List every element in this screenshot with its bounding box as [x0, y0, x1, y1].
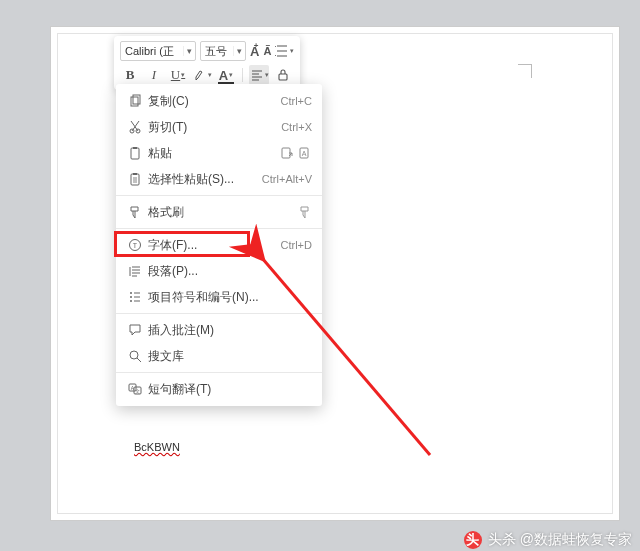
italic-button[interactable]: I: [144, 65, 164, 85]
menu-item-search-library[interactable]: 搜文库: [116, 343, 322, 369]
menu-separator: [116, 228, 322, 229]
svg-rect-1: [131, 97, 138, 106]
svg-point-16: [130, 300, 132, 302]
svg-text:A: A: [302, 150, 307, 157]
format-painter-icon: [124, 205, 146, 219]
menu-item-cut[interactable]: 剪切(T) Ctrl+X: [116, 114, 322, 140]
svg-rect-5: [131, 148, 139, 159]
lock-button[interactable]: [273, 65, 293, 85]
font-name-combo[interactable]: Calibri (正 ▾: [120, 41, 196, 61]
menu-item-paste[interactable]: 粘贴 A: [116, 140, 322, 166]
menu-shortcut: Ctrl+Alt+V: [262, 173, 314, 185]
keep-text-icon: A: [296, 146, 314, 160]
menu-label: 复制(C): [146, 93, 281, 110]
menu-shortcut: Ctrl+X: [281, 121, 314, 133]
line-spacing-button[interactable]: ▾: [275, 41, 294, 61]
align-button[interactable]: ▾: [249, 65, 269, 85]
watermark-text: 头杀 @数据蛙恢复专家: [488, 531, 632, 549]
svg-rect-10: [131, 174, 139, 185]
watermark: 头 头杀 @数据蛙恢复专家: [464, 531, 632, 549]
svg-rect-2: [133, 95, 140, 104]
menu-item-bullets-numbering[interactable]: 项目符号和编号(N)...: [116, 284, 322, 310]
font-icon: T: [124, 238, 146, 252]
paste-options-icon: [278, 146, 296, 160]
menu-item-insert-comment[interactable]: 插入批注(M): [116, 317, 322, 343]
bold-button[interactable]: B: [120, 65, 140, 85]
menu-item-copy[interactable]: 复制(C) Ctrl+C: [116, 88, 322, 114]
svg-rect-6: [133, 147, 137, 149]
menu-item-paragraph[interactable]: 段落(P)...: [116, 258, 322, 284]
underline-button[interactable]: U▾: [168, 65, 188, 85]
menu-label: 段落(P)...: [146, 263, 314, 280]
menu-label: 搜文库: [146, 348, 314, 365]
paragraph-icon: [124, 264, 146, 278]
menu-label: 剪切(T): [146, 119, 281, 136]
menu-item-paste-special[interactable]: 选择性粘贴(S)... Ctrl+Alt+V: [116, 166, 322, 192]
paste-icon: [124, 146, 146, 160]
comment-icon: [124, 323, 146, 337]
svg-point-17: [130, 351, 138, 359]
grow-font-button[interactable]: A+: [250, 41, 259, 61]
watermark-logo-icon: 头: [464, 531, 482, 549]
cut-icon: [124, 120, 146, 134]
menu-label: 短句翻译(T): [146, 381, 314, 398]
menu-label: 项目符号和编号(N)...: [146, 289, 314, 306]
menu-separator: [116, 313, 322, 314]
svg-rect-11: [133, 173, 137, 175]
menu-separator: [116, 195, 322, 196]
copy-icon: [124, 94, 146, 108]
highlight-color-button[interactable]: ▾: [192, 65, 212, 85]
menu-label: 选择性粘贴(S)...: [146, 171, 262, 188]
svg-text:文: 文: [135, 388, 140, 394]
svg-text:T: T: [133, 242, 138, 249]
svg-rect-7: [282, 148, 290, 158]
search-icon: [124, 349, 146, 363]
paste-special-icon: [124, 172, 146, 186]
menu-shortcut: Ctrl+C: [281, 95, 314, 107]
font-size-combo[interactable]: 五号 ▾: [200, 41, 246, 61]
menu-item-format-painter[interactable]: 格式刷: [116, 199, 322, 225]
brush-alt-icon: [296, 205, 314, 219]
mini-toolbar: Calibri (正 ▾ 五号 ▾ A+ A− ▾ B I U▾ ▾ A ▾: [114, 36, 300, 90]
font-color-button[interactable]: A ▾: [216, 65, 236, 85]
shrink-font-button[interactable]: A−: [263, 41, 271, 61]
svg-point-15: [130, 296, 132, 298]
menu-label: 插入批注(M): [146, 322, 314, 339]
separator: [242, 68, 243, 82]
menu-label: 格式刷: [146, 204, 296, 221]
context-menu: 复制(C) Ctrl+C 剪切(T) Ctrl+X 粘贴 A 选择性粘贴(S).…: [116, 84, 322, 406]
svg-rect-0: [279, 74, 287, 80]
bullets-icon: [124, 290, 146, 304]
menu-item-translate[interactable]: A文 短句翻译(T): [116, 376, 322, 402]
menu-shortcut: Ctrl+D: [281, 239, 314, 251]
document-body-text[interactable]: BcKBWN: [134, 441, 180, 453]
menu-label: 粘贴: [146, 145, 278, 162]
menu-item-font[interactable]: T 字体(F)... Ctrl+D: [116, 232, 322, 258]
menu-separator: [116, 372, 322, 373]
page-margin-indicator: [518, 64, 532, 78]
svg-point-14: [130, 292, 132, 294]
translate-icon: A文: [124, 382, 146, 396]
menu-label: 字体(F)...: [146, 237, 281, 254]
